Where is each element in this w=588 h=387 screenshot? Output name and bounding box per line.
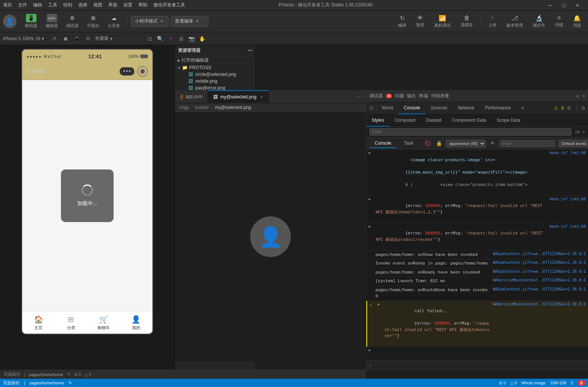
dots-button[interactable]: • • • [120, 67, 134, 76]
log-toggle-icon[interactable]: ▶ [369, 224, 372, 228]
settings-icon[interactable]: ⚙ [567, 106, 571, 111]
version-button[interactable]: ⎇ 版本管理 [503, 13, 527, 30]
network-tab[interactable]: Network [453, 102, 480, 114]
current-page-path[interactable]: pages/home/home [29, 372, 63, 377]
devtools-tab-output[interactable]: 输出 [407, 93, 416, 99]
log-levels-select[interactable]: Default levels [558, 140, 588, 147]
log-link-2[interactable]: base.js? [sm]:60 [550, 197, 586, 201]
screenshot-icon[interactable]: 📷 [188, 35, 196, 43]
mode-dropdown[interactable]: 小程序模式 ▼ [131, 16, 169, 27]
styles-filter-input[interactable] [369, 128, 571, 136]
phone-tab-my[interactable]: 👤 我的 [120, 311, 153, 334]
hand-icon[interactable]: ✋ [198, 35, 207, 43]
log-toggle-icon[interactable]: ▶ [369, 151, 372, 155]
minimize-button[interactable]: ─ [548, 2, 552, 8]
phone-tab-cart[interactable]: 🛒 购物车 [87, 311, 120, 334]
sources-tab[interactable]: Sources [425, 102, 453, 114]
log-link-6[interactable]: WASubContext.js?t=we..07711296&v=2.30.0:… [493, 269, 586, 274]
component-data-tab[interactable]: Component Data [447, 115, 491, 127]
split-icon[interactable]: ⧉ [84, 35, 92, 43]
tab-close-icon[interactable]: × [260, 94, 263, 100]
phone-icon[interactable]: 📱 [73, 35, 81, 43]
log-link-5[interactable]: WASubContext.js?t=we..07711296&v=2.30.0:… [493, 260, 586, 265]
list-item[interactable]: 🖼circle@selected.png [175, 71, 255, 78]
menu-item-tools[interactable]: 工具 [48, 2, 57, 8]
notify-button[interactable]: 🔔 消息 [569, 13, 585, 30]
console-filter-input[interactable] [500, 140, 555, 147]
simulator-button[interactable]: 📱 模拟器 [22, 12, 40, 30]
menu-item-wechat[interactable]: 微信开发者工具 [153, 2, 185, 8]
log-toggle-icon[interactable]: ▶ [369, 197, 372, 201]
debugger-button[interactable]: ⚙ 调试器 [63, 12, 82, 30]
layout-icon[interactable]: ⊞ [177, 35, 185, 43]
devtools-tab-terminal[interactable]: 终端 [419, 93, 428, 99]
preview-button[interactable]: 👁 预览 [412, 13, 428, 29]
dataset-tab[interactable]: Dataset [421, 115, 447, 127]
list-item[interactable]: 🖼mobile.png [175, 78, 255, 85]
devtools-tab-quality[interactable]: 代码质量 [431, 93, 449, 99]
menu-item-help[interactable]: 帮助 [138, 2, 147, 8]
console-main-tab[interactable]: Console [369, 139, 397, 148]
log-link-8[interactable]: WASubContext.js?t=we..07711296&v=2.30.0:… [493, 287, 586, 291]
inspector-icon[interactable]: ⊡ [146, 35, 154, 43]
search-resource-icon[interactable]: 🔍 [156, 35, 164, 43]
menu-item-project[interactable]: 项目 [3, 2, 12, 8]
hot-reload[interactable]: 热重载 ▾ [95, 35, 112, 42]
log-link-1[interactable]: base.js? [sm]:60 [550, 151, 586, 155]
open-editors-section[interactable]: ▶ 打开的编辑器 [175, 56, 255, 64]
tab-my-selected[interactable]: 🖼 my@selected.png × [208, 90, 268, 103]
preserve-log-icon[interactable]: 🔒 [435, 139, 443, 148]
add-style-icon[interactable]: + [582, 129, 585, 135]
menu-item-interface[interactable]: 界面 [108, 2, 117, 8]
current-path[interactable]: pages/home/home [30, 381, 64, 385]
cls-button[interactable]: .cls [574, 130, 580, 134]
inspector-toggle-icon[interactable]: ⊡ [369, 106, 373, 111]
reload-button[interactable]: ↺ [50, 35, 58, 43]
wxml-tab[interactable]: Wxml [377, 102, 398, 114]
undock-icon[interactable]: ⧉ [582, 106, 585, 111]
edit-icon-bottom[interactable]: ✎ [67, 372, 70, 377]
appservice-select[interactable]: appservice (#5) [446, 140, 486, 147]
scope-data-tab[interactable]: Scope Data [491, 115, 526, 127]
log-link-7[interactable]: WAServiceMainContext..07711296&v=2.30.0:… [493, 278, 586, 282]
log-link-4[interactable]: WASubContext.js?t=we..07711296&v=2.30.0:… [493, 252, 586, 256]
log-link-3[interactable]: base.js? [sm]:60 [550, 224, 586, 228]
eye-console-icon[interactable]: 👁 [489, 139, 497, 148]
test-button[interactable]: 🔬 测试号 [529, 13, 549, 30]
root-folder[interactable]: ▼ 📁 PROTOSS [175, 64, 255, 71]
visualize-button[interactable]: ⊞ 可视化 [84, 12, 102, 30]
devtools-tab-issues[interactable]: 问题 [395, 93, 404, 99]
upload-button[interactable]: ↑ 上传 [485, 13, 500, 29]
compile-dropdown[interactable]: 普通编译 ▼ [171, 16, 208, 27]
edit-path-icon[interactable]: ✎ [68, 381, 72, 385]
stop-button[interactable]: ⏺ [61, 35, 70, 43]
console-tab-header[interactable]: Console [398, 102, 425, 114]
log-toggle-icon[interactable]: ▶ [378, 302, 381, 306]
tab-app-json[interactable]: {} app.json [175, 90, 208, 103]
devtools-tab-debugger[interactable]: 调试器 [369, 93, 383, 99]
close-button[interactable]: × [576, 2, 579, 8]
tab-more-icon[interactable]: ⋯ [352, 93, 366, 100]
performance-tab[interactable]: Performance [480, 102, 516, 114]
more-icon[interactable]: ⋮ [574, 106, 579, 111]
compile-button[interactable]: ↻ 编译 [394, 13, 410, 30]
phone-tab-category[interactable]: ⊞ 分类 [55, 311, 88, 334]
record-button[interactable] [137, 66, 148, 77]
breadcrumb-item-imgs[interactable]: imgs [179, 105, 189, 110]
breadcrumb-item-toolbar[interactable]: toolbar [195, 105, 209, 110]
editor-button[interactable]: </> 编辑器 [43, 12, 61, 30]
cloud-button[interactable]: ☁ 云开发 [105, 12, 123, 30]
menu-item-select[interactable]: 选择 [78, 2, 87, 8]
git-icon[interactable]: ⑂ [167, 35, 175, 43]
clear-cache-button[interactable]: 🗑 清缓存 [457, 13, 477, 29]
devtools-close-icon[interactable]: × [582, 94, 585, 99]
log-link-9[interactable]: WAServiceMainContext..07711296&v=2.30.0:… [493, 302, 586, 306]
real-debug-button[interactable]: 📶 真机调试 [430, 13, 454, 30]
styles-tab[interactable]: Styles [366, 115, 389, 127]
console-input[interactable] [373, 363, 585, 368]
maximize-button[interactable]: □ [562, 2, 565, 8]
computed-tab[interactable]: Computed [389, 115, 421, 127]
menu-item-view[interactable]: 视图 [93, 2, 102, 8]
menu-item-edit[interactable]: 编辑 [33, 2, 42, 8]
menu-item-file[interactable]: 文件 [18, 2, 27, 8]
